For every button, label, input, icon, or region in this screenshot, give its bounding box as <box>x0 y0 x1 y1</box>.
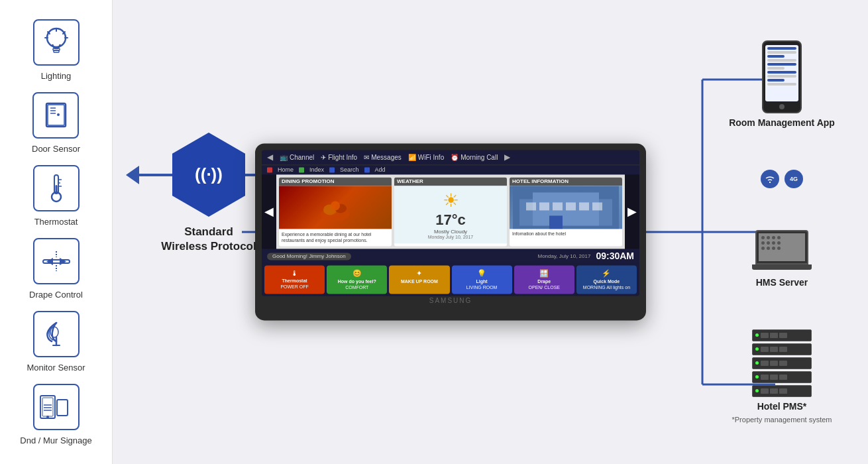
make-up-room-control[interactable]: ✦ MAKE UP ROOM <box>389 266 449 294</box>
sidebar: Lighting Door Sensor T <box>0 0 113 464</box>
nav-messages[interactable]: ✉ Messages <box>364 154 402 161</box>
svg-rect-16 <box>55 185 57 193</box>
phone-line-9 <box>767 79 785 82</box>
tab-search[interactable]: Search <box>340 166 359 173</box>
wireless-label: StandardWireless Protocol <box>161 225 256 254</box>
content-prev-button[interactable]: ◀ <box>262 174 276 249</box>
svg-rect-9 <box>48 105 64 125</box>
svg-rect-30 <box>42 398 53 416</box>
nav-next-button[interactable]: ▶ <box>504 152 510 162</box>
svg-rect-8 <box>46 103 66 127</box>
sidebar-item-dnd-signage[interactable]: Dnd / Mur Signage <box>20 384 91 445</box>
tab-dot-add <box>364 167 370 172</box>
weather-sun-icon: ☀ <box>398 190 503 211</box>
comfort-ctrl-title: How do you feel? <box>329 280 384 284</box>
sidebar-item-door-sensor[interactable]: Door Sensor <box>32 92 80 154</box>
tab-index[interactable]: Index <box>309 166 324 173</box>
nav-prev-button[interactable]: ◀ <box>267 152 273 162</box>
tab-add[interactable]: Add <box>375 166 386 173</box>
hotel-image <box>510 186 622 229</box>
laptop-dot-5 <box>761 241 765 245</box>
main-area: ((·)) StandardWireless Protocol ◀ 📺 Chan… <box>113 0 868 464</box>
svg-point-10 <box>57 113 60 116</box>
svg-rect-54 <box>549 215 563 229</box>
server-slot-12 <box>779 375 787 380</box>
quick-mode-control[interactable]: ⚡ Quick Mode MORNING All lights on <box>576 266 637 294</box>
weather-card: WEATHER ☀ 17°c Mostly Cloudy Monday July… <box>394 177 507 246</box>
laptop-dot-9 <box>761 247 765 250</box>
nav-flight-info[interactable]: ✈ Flight Info <box>321 154 357 161</box>
server-slot-14 <box>770 388 778 394</box>
hms-server-item: HMS Server <box>752 230 812 288</box>
thermostat-label: Thermostat <box>34 217 78 227</box>
tv-wrapper: ◀ 📺 Channel ✈ Flight Info ✉ Messages � <box>255 143 646 320</box>
comfort-control[interactable]: 😊 How do you feel? COMFORT <box>327 266 387 294</box>
fourG-badge: 4G <box>785 170 803 188</box>
laptop-dot-8 <box>777 241 781 245</box>
door-sensor-icon-box <box>32 92 79 139</box>
sidebar-item-drape-control[interactable]: Drape Control <box>29 238 83 300</box>
drape-control-icon <box>40 248 73 274</box>
phone-line-6 <box>767 67 785 70</box>
drape-control-icon-box <box>33 238 80 284</box>
dining-header: DINING PROMOTION <box>279 177 392 186</box>
server-slot-11 <box>770 375 778 380</box>
thermostat-ctrl-sub: POWER OFF <box>267 285 322 290</box>
tab-home[interactable]: Home <box>278 166 294 173</box>
svg-rect-50 <box>553 202 563 210</box>
nav-channel[interactable]: 📺 Channel <box>280 154 314 161</box>
content-next-button[interactable]: ▶ <box>625 174 639 249</box>
dining-body: Experience a memorable dining at our hot… <box>279 229 392 246</box>
server-stack <box>752 329 812 397</box>
laptop-dot-row-3 <box>761 247 781 250</box>
svg-rect-51 <box>566 202 576 210</box>
svg-rect-52 <box>579 202 589 210</box>
drape-control-label: Drape Control <box>29 290 83 300</box>
sidebar-item-lighting[interactable]: Lighting <box>33 19 80 81</box>
hotel-pms-label: Hotel PMS* <box>757 401 807 412</box>
thermostat-ctrl-title: Thermostat <box>267 279 322 284</box>
thermostat-icon <box>43 172 70 205</box>
lighting-icon <box>43 26 70 59</box>
weather-date: Monday July 10, 2017 <box>398 235 503 239</box>
tv-content-nav: ◀ DINING PROMOTION <box>262 174 639 249</box>
svg-point-44 <box>331 201 340 210</box>
tab-dot-home <box>267 167 272 172</box>
thermostat-control[interactable]: 🌡 Thermostat POWER OFF <box>264 266 325 294</box>
room-management-app-item: Room Management App <box>729 40 835 128</box>
tv-screen: ◀ 📺 Channel ✈ Flight Info ✉ Messages � <box>262 150 639 296</box>
greeting-badge: Good Morning! Jimmy Johnson <box>267 253 351 260</box>
weather-content: ☀ 17°c Mostly Cloudy Monday July 10, 201… <box>394 186 507 243</box>
tv-stand: SAMSUNG <box>262 298 639 305</box>
svg-rect-49 <box>539 202 549 210</box>
messages-icon: ✉ <box>364 154 369 161</box>
light-control[interactable]: 💡 Light LIVING ROOM <box>452 266 512 294</box>
server-unit-2 <box>752 343 812 355</box>
hotel-pms-sublabel: *Property management system <box>732 416 832 424</box>
drape-ctrl-title: Drape <box>517 280 572 284</box>
weather-desc: Mostly Cloudy <box>398 229 503 235</box>
phone-line-3 <box>767 55 785 58</box>
door-sensor-icon <box>41 100 71 130</box>
nav-morning-call[interactable]: ⏰ Morning Call <box>451 154 498 161</box>
dining-image <box>279 186 392 229</box>
arrow-left-icon <box>126 166 139 184</box>
dnd-signage-label: Dnd / Mur Signage <box>20 435 91 445</box>
drape-control-btn[interactable]: 🪟 Drape OPEN/ CLOSE <box>514 266 574 294</box>
svg-rect-29 <box>57 400 68 416</box>
monitor-sensor-icon <box>40 318 73 351</box>
sidebar-item-monitor-sensor[interactable]: Monitor Sensor <box>27 311 85 373</box>
hotel-pms-item: Hotel PMS* *Property management system <box>732 329 832 424</box>
lighting-label: Lighting <box>41 71 72 81</box>
lighting-icon-box <box>33 19 80 66</box>
sidebar-item-thermostat[interactable]: Thermostat <box>33 165 80 227</box>
svg-rect-2 <box>54 50 59 52</box>
phone-home-button <box>779 104 785 109</box>
server-slot-4 <box>761 347 769 352</box>
svg-marker-24 <box>60 258 66 265</box>
svg-rect-53 <box>592 202 602 210</box>
makeup-ctrl-icon: ✦ <box>392 270 447 278</box>
tv-nav: ◀ 📺 Channel ✈ Flight Info ✉ Messages � <box>262 150 639 164</box>
svg-rect-48 <box>526 202 536 210</box>
nav-wifi[interactable]: 📶 WiFi Info <box>408 154 444 161</box>
